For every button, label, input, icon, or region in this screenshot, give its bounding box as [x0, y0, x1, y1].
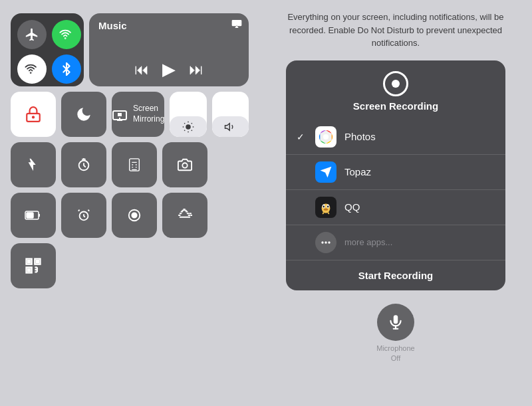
svg-point-24 — [323, 205, 325, 207]
orientation-lock-button[interactable] — [11, 92, 56, 137]
do-not-disturb-button[interactable] — [61, 92, 106, 137]
app-item-photos[interactable]: ✓ Photos — [286, 120, 505, 155]
svg-point-27 — [325, 241, 327, 243]
app-item-qq[interactable]: ✓ QQ — [286, 190, 505, 225]
svg-point-12 — [132, 213, 136, 217]
app-list: ✓ Photos ✓ — [286, 120, 505, 260]
brightness-icon — [182, 121, 194, 133]
microphone-section: MicrophoneOff — [376, 304, 414, 364]
app-item-more[interactable]: ✓ more apps... — [286, 225, 505, 260]
music-controls: ⏮ ▶ ⏭ — [98, 59, 239, 80]
control-center-panel: Music ⏮ ▶ ⏭ — [0, 0, 259, 406]
start-recording-button[interactable]: Start Recording — [286, 260, 505, 290]
airplane-mode-button[interactable] — [17, 20, 47, 49]
svg-point-28 — [321, 241, 323, 243]
timer-button[interactable] — [61, 142, 106, 187]
svg-rect-30 — [394, 315, 398, 324]
topaz-app-name: Topaz — [344, 166, 371, 177]
bluetooth-button[interactable] — [52, 54, 81, 84]
svg-point-25 — [327, 205, 329, 207]
more-app-icon — [315, 232, 336, 253]
topaz-app-icon — [315, 161, 336, 183]
svg-rect-9 — [27, 213, 33, 218]
alarm-button[interactable] — [61, 193, 106, 238]
calculator-button[interactable] — [112, 142, 157, 187]
next-button[interactable]: ⏭ — [189, 61, 203, 78]
row-small-tiles-2 — [11, 193, 249, 238]
prev-button[interactable]: ⏮ — [134, 61, 149, 78]
qq-app-name: QQ — [344, 201, 360, 213]
brightness-slider[interactable] — [170, 92, 206, 137]
screen-mirroring-label: Screen Mirroring — [133, 104, 164, 124]
info-text: Everything on your screen, including not… — [273, 11, 519, 50]
row-qr — [11, 243, 249, 288]
row-small-tiles-1 — [11, 142, 249, 187]
music-title: Music — [98, 20, 239, 31]
flashlight-button[interactable] — [11, 142, 56, 187]
svg-rect-18 — [28, 269, 31, 272]
music-tile[interactable]: Music ⏮ ▶ ⏭ — [89, 13, 249, 86]
svg-marker-4 — [225, 124, 230, 131]
svg-rect-16 — [28, 260, 31, 263]
svg-rect-17 — [37, 260, 39, 263]
play-button[interactable]: ▶ — [162, 59, 176, 80]
svg-point-20 — [323, 134, 329, 140]
volume-icon — [224, 121, 236, 133]
screen-recording-panel: Everything on your screen, including not… — [259, 0, 532, 406]
recording-title: Screen Recording — [353, 100, 438, 112]
row-connectivity-music: Music ⏮ ▶ ⏭ — [11, 13, 249, 86]
recording-header: Screen Recording — [286, 60, 505, 120]
svg-point-3 — [186, 124, 191, 130]
screen-mirroring-button[interactable]: Screen Mirroring — [112, 92, 164, 137]
volume-slider[interactable] — [212, 92, 249, 137]
voice-memos-button[interactable] — [162, 193, 207, 238]
more-app-name: more apps... — [344, 237, 392, 247]
svg-point-26 — [324, 208, 328, 210]
microphone-button[interactable] — [377, 304, 414, 341]
row-utilities: Screen Mirroring — [11, 92, 249, 137]
screen-record-button[interactable] — [112, 193, 157, 238]
qr-scanner-button[interactable] — [11, 243, 56, 288]
svg-point-7 — [182, 163, 187, 167]
svg-point-1 — [33, 116, 34, 118]
svg-rect-6 — [130, 159, 140, 171]
connectivity-tile — [11, 13, 84, 86]
battery-button[interactable] — [11, 193, 56, 238]
airplay-icon — [231, 19, 242, 29]
wifi-button[interactable] — [17, 54, 47, 84]
record-icon — [383, 71, 408, 96]
svg-point-29 — [328, 241, 330, 243]
photos-app-icon — [315, 126, 336, 148]
checkmark-photos: ✓ — [297, 132, 307, 142]
record-inner — [392, 80, 400, 88]
photos-app-name: Photos — [344, 131, 376, 142]
cellular-button[interactable] — [52, 20, 81, 49]
microphone-label: MicrophoneOff — [376, 344, 414, 364]
camera-button[interactable] — [162, 142, 207, 187]
app-item-topaz[interactable]: ✓ Topaz — [286, 155, 505, 190]
recording-card: Screen Recording ✓ — [286, 60, 505, 290]
qq-app-icon — [315, 197, 336, 218]
